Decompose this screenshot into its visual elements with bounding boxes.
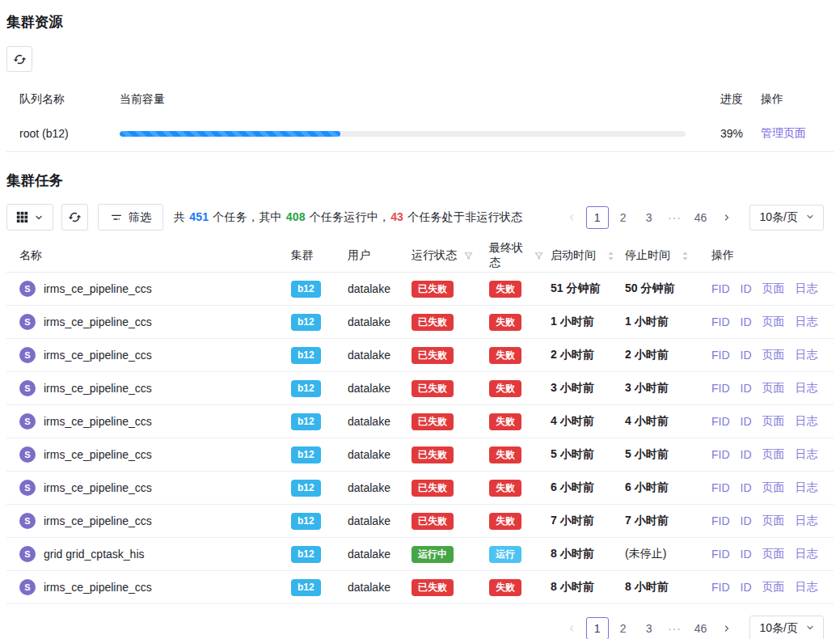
action-link-页面[interactable]: 页面 [762, 414, 785, 429]
action-link-id[interactable]: ID [741, 382, 752, 395]
pagination-prev-chevron-icon[interactable] [560, 617, 583, 639]
action-link-页面[interactable]: 页面 [762, 348, 785, 362]
tasks-title: 集群任务 [6, 152, 834, 190]
row-actions: FIDID页面日志 [710, 447, 834, 462]
action-link-id[interactable]: ID [741, 514, 752, 527]
action-link-id[interactable]: ID [741, 481, 752, 494]
cluster-badge: b12 [291, 480, 321, 497]
user-name: datalake [348, 349, 402, 362]
action-link-日志[interactable]: 日志 [796, 480, 818, 495]
pagination-page-3[interactable]: 3 [638, 617, 661, 639]
resources-refresh-button[interactable] [6, 46, 32, 72]
run-status-badge: 已失败 [412, 413, 454, 430]
chevron-down-icon [805, 622, 815, 635]
task-count-green: 408 [285, 210, 306, 223]
page-size-select[interactable]: 10条/页 [749, 616, 824, 639]
action-link-fid[interactable]: FID [711, 514, 730, 527]
row-actions: FIDID页面日志 [710, 348, 834, 362]
action-link-页面[interactable]: 页面 [762, 547, 785, 561]
start-time: 6 小时前 [551, 480, 594, 493]
action-link-页面[interactable]: 页面 [762, 447, 785, 462]
action-link-日志[interactable]: 日志 [796, 414, 818, 429]
start-time: 2 小时前 [551, 348, 594, 361]
action-link-页面[interactable]: 页面 [762, 281, 785, 296]
action-link-日志[interactable]: 日志 [796, 580, 818, 595]
action-link-id[interactable]: ID [741, 315, 752, 328]
row-actions: FIDID页面日志 [710, 547, 834, 561]
pagination-more-icon[interactable]: ··· [664, 206, 686, 229]
action-link-fid[interactable]: FID [711, 415, 730, 428]
sort-icon[interactable] [682, 251, 689, 261]
action-link-id[interactable]: ID [741, 415, 752, 428]
pagination-page-3[interactable]: 3 [638, 206, 661, 229]
action-link-fid[interactable]: FID [711, 349, 730, 362]
summary-text: 个任务处于非运行状态 [404, 210, 522, 223]
action-link-页面[interactable]: 页面 [762, 315, 785, 329]
cluster-badge: b12 [291, 281, 321, 298]
action-link-日志[interactable]: 日志 [796, 514, 818, 528]
final-status-badge: 失败 [489, 446, 521, 463]
action-link-日志[interactable]: 日志 [796, 281, 818, 296]
start-time: 5 小时前 [551, 447, 594, 460]
action-link-id[interactable]: ID [741, 282, 752, 295]
pagination-page-2[interactable]: 2 [612, 617, 635, 639]
pagination-prev-chevron-icon[interactable] [560, 206, 583, 229]
action-link-日志[interactable]: 日志 [796, 547, 818, 561]
pagination-next-chevron-icon[interactable] [715, 206, 738, 229]
header-stop-time: 停止时间 [625, 248, 670, 263]
stop-time: 6 小时前 [625, 480, 669, 493]
action-link-fid[interactable]: FID [711, 315, 730, 328]
action-link-日志[interactable]: 日志 [796, 447, 818, 462]
header-progress: 进度 [703, 92, 750, 107]
tasks-refresh-button[interactable] [61, 204, 88, 231]
funnel-filter-icon[interactable] [534, 251, 544, 261]
layout-dropdown-button[interactable] [6, 204, 53, 231]
pagination-page-1[interactable]: 1 [586, 617, 609, 639]
action-link-fid[interactable]: FID [711, 581, 730, 594]
pagination-more-icon[interactable]: ··· [664, 617, 686, 639]
final-status-badge: 失败 [489, 480, 521, 497]
action-link-页面[interactable]: 页面 [762, 580, 785, 595]
action-link-fid[interactable]: FID [711, 548, 730, 561]
final-status-badge: 失败 [489, 347, 521, 364]
run-status-badge: 已失败 [412, 281, 454, 298]
pagination-page-46[interactable]: 46 [690, 206, 712, 229]
action-link-日志[interactable]: 日志 [796, 315, 818, 329]
action-link-fid[interactable]: FID [711, 481, 730, 494]
header-cluster: 集群 [291, 248, 348, 263]
action-link-id[interactable]: ID [741, 548, 752, 561]
final-status-badge: 失败 [489, 413, 521, 430]
run-status-badge: 已失败 [412, 480, 454, 497]
row-actions: FIDID页面日志 [710, 281, 834, 296]
action-link-fid[interactable]: FID [711, 282, 730, 295]
funnel-filter-icon[interactable] [463, 251, 474, 261]
pagination-page-46[interactable]: 46 [690, 617, 712, 639]
action-link-页面[interactable]: 页面 [762, 480, 785, 495]
action-link-日志[interactable]: 日志 [796, 348, 818, 362]
pagination-page-1[interactable]: 1 [586, 206, 609, 229]
action-link-id[interactable]: ID [741, 581, 752, 594]
stop-time: 7 小时前 [625, 514, 669, 527]
action-link-id[interactable]: ID [741, 448, 752, 461]
header-name: 名称 [6, 248, 291, 263]
task-avatar: S [19, 513, 36, 529]
action-link-id[interactable]: ID [741, 349, 752, 362]
progress-percent: 39% [703, 127, 750, 140]
action-link-页面[interactable]: 页面 [762, 381, 785, 396]
cluster-badge: b12 [291, 546, 321, 563]
pagination-page-2[interactable]: 2 [612, 206, 635, 229]
sort-icon[interactable] [607, 251, 614, 261]
filter-button[interactable]: 筛选 [98, 204, 163, 231]
action-link-fid[interactable]: FID [711, 382, 730, 395]
run-status-badge: 已失败 [412, 380, 454, 397]
action-link-日志[interactable]: 日志 [796, 381, 818, 396]
start-time: 8 小时前 [551, 547, 594, 560]
cluster-badge: b12 [291, 413, 321, 430]
action-link-fid[interactable]: FID [711, 448, 730, 461]
pagination-next-chevron-icon[interactable] [715, 617, 738, 639]
stop-time: 2 小时前 [625, 348, 669, 361]
page-size-select[interactable]: 10条/页 [749, 205, 824, 231]
action-link-页面[interactable]: 页面 [762, 514, 785, 528]
cluster-badge: b12 [291, 579, 321, 596]
manage-page-link[interactable]: 管理页面 [761, 126, 806, 139]
